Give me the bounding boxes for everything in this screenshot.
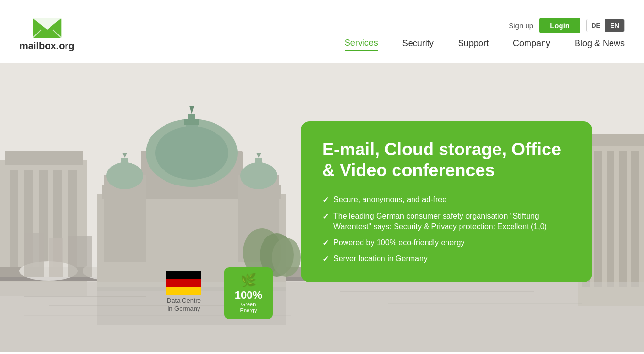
- header: mailbox.org Sign up Login DE EN Services…: [0, 0, 644, 63]
- svg-rect-44: [0, 282, 644, 352]
- nav-item-company[interactable]: Company: [513, 38, 550, 51]
- feature-text-4: Server location in Germany: [333, 253, 428, 264]
- svg-rect-40: [594, 151, 602, 287]
- green-energy-label: Green Energy: [232, 302, 265, 313]
- svg-point-36: [272, 238, 301, 277]
- flag-stripe-gold: [166, 287, 201, 295]
- leaf-icon: 🌿: [241, 273, 256, 288]
- logo-icon: [33, 18, 62, 38]
- feature-item-4: ✓ Server location in Germany: [322, 253, 573, 265]
- feature-text-3: Powered by 100% eco-friendly energy: [333, 237, 464, 248]
- login-button[interactable]: Login: [539, 18, 580, 33]
- logo[interactable]: mailbox.org: [19, 18, 74, 51]
- top-actions: Sign up Login DE EN: [509, 18, 625, 33]
- lang-de-button[interactable]: DE: [587, 19, 606, 32]
- svg-rect-53: [68, 236, 92, 277]
- hero-title: E-mail, Cloud storage, Office & Video co…: [322, 139, 573, 181]
- feature-item-3: ✓ Powered by 100% eco-friendly energy: [322, 237, 573, 249]
- svg-rect-51: [24, 233, 44, 277]
- feature-item-1: ✓ Secure, anonymous, and ad-free: [322, 194, 573, 205]
- flag-stripe-black: [166, 271, 201, 279]
- feature-list: ✓ Secure, anonymous, and ad-free ✓ The l…: [322, 194, 573, 265]
- checkmark-icon-2: ✓: [322, 211, 329, 222]
- svg-rect-22: [186, 121, 198, 153]
- nav-item-blog-news[interactable]: Blog & News: [575, 38, 625, 51]
- feature-text-2: The leading German consumer safety organ…: [333, 211, 573, 233]
- data-centre-badge: Data Centre in Germany: [166, 271, 201, 313]
- svg-rect-52: [49, 238, 63, 277]
- nav-right: Sign up Login DE EN Services Security Su…: [345, 18, 625, 51]
- svg-rect-5: [5, 151, 83, 165]
- svg-rect-41: [607, 151, 614, 287]
- green-energy-badge: 🌿 100% Green Energy: [224, 267, 273, 319]
- signup-link[interactable]: Sign up: [509, 21, 533, 30]
- nav-item-security[interactable]: Security: [402, 38, 434, 51]
- feature-item-2: ✓ The leading German consumer safety org…: [322, 211, 573, 233]
- checkmark-icon-3: ✓: [322, 238, 329, 249]
- nav-item-services[interactable]: Services: [345, 38, 378, 51]
- hero-card: E-mail, Cloud storage, Office & Video co…: [301, 121, 592, 282]
- green-energy-percent: 100%: [235, 290, 262, 301]
- hero-section: E-mail, Cloud storage, Office & Video co…: [0, 63, 644, 352]
- main-nav: Services Security Support Company Blog &…: [345, 38, 625, 51]
- nav-item-support[interactable]: Support: [458, 38, 489, 51]
- german-flag: [166, 271, 201, 295]
- lang-en-button[interactable]: EN: [605, 19, 624, 32]
- language-switcher: DE EN: [586, 19, 625, 32]
- logo-text: mailbox.org: [19, 40, 74, 51]
- data-centre-text: Data Centre in Germany: [167, 297, 201, 313]
- checkmark-icon-1: ✓: [322, 195, 329, 205]
- svg-rect-24: [188, 114, 195, 121]
- svg-rect-42: [619, 151, 627, 287]
- svg-rect-32: [255, 158, 262, 177]
- svg-rect-28: [121, 158, 128, 177]
- svg-rect-6: [10, 170, 18, 277]
- feature-text-1: Secure, anonymous, and ad-free: [333, 194, 446, 205]
- checkmark-icon-4: ✓: [322, 254, 329, 265]
- flag-stripe-red: [166, 279, 201, 287]
- svg-rect-43: [631, 151, 639, 287]
